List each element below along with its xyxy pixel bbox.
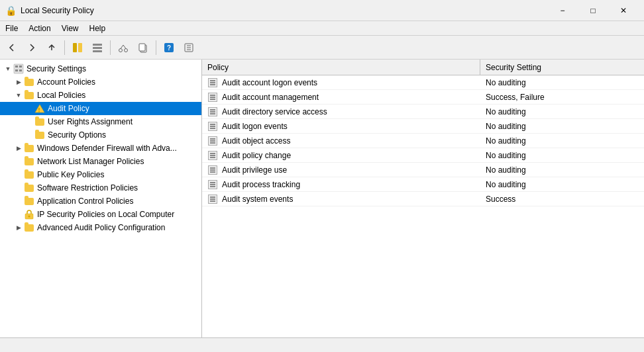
tree-label-audit-policy: Audit Policy <box>48 104 89 113</box>
copy-button[interactable] <box>134 38 152 57</box>
row-policy-icon <box>207 121 218 132</box>
list-row[interactable]: Audit privilege use No auditing <box>202 163 644 177</box>
list-row[interactable]: Audit system events Success <box>202 192 644 206</box>
tree-label-network-list: Network List Manager Policies <box>37 157 144 166</box>
expander-software-restriction[interactable] <box>13 183 24 193</box>
svg-point-24 <box>28 216 30 218</box>
list-row[interactable]: Audit directory service access No auditi… <box>202 105 644 119</box>
ip-security-icon <box>24 209 34 220</box>
expander-audit-policy[interactable] <box>24 103 34 114</box>
svg-text:?: ? <box>167 44 171 52</box>
tree-item-account-policies[interactable]: ▶ Account Policies <box>0 75 201 89</box>
list-button[interactable] <box>88 38 107 57</box>
setting-cell: No auditing <box>480 122 644 131</box>
row-policy-icon <box>207 165 218 175</box>
row-policy-icon <box>207 150 218 161</box>
expander-user-rights[interactable] <box>24 116 34 127</box>
security-settings-icon <box>13 64 24 74</box>
list-row[interactable]: Audit logon events No auditing <box>202 119 644 134</box>
setting-cell: No auditing <box>480 151 644 160</box>
expander-account-policies[interactable]: ▶ <box>13 77 24 87</box>
export-button[interactable] <box>180 38 198 57</box>
svg-point-6 <box>125 48 128 52</box>
expander-security-options[interactable] <box>24 130 34 140</box>
tree-pane[interactable]: ▼ Security Settings ▶ Account Policies <box>0 60 202 337</box>
tree-item-software-restriction[interactable]: Software Restriction Policies <box>0 181 201 195</box>
list-row[interactable]: Audit process tracking No auditing <box>202 177 644 192</box>
menu-action[interactable]: Action <box>23 22 56 34</box>
tree-item-app-control[interactable]: Application Control Policies <box>0 195 201 208</box>
menu-bar: File Action View Help <box>0 21 644 36</box>
expander-public-key[interactable] <box>13 169 24 180</box>
row-policy-icon <box>207 194 218 204</box>
tree-label-security-settings: Security Settings <box>27 64 86 73</box>
policy-cell: Audit privilege use <box>202 165 480 175</box>
row-policy-icon <box>207 92 218 103</box>
minimize-button[interactable]: − <box>547 0 578 21</box>
network-list-icon <box>24 156 34 167</box>
cut-button[interactable] <box>114 38 133 57</box>
header-policy[interactable]: Policy <box>202 60 480 75</box>
window-title: Local Security Policy <box>21 6 94 15</box>
header-setting[interactable]: Security Setting <box>480 60 644 75</box>
tree-item-security-settings[interactable]: ▼ Security Settings <box>0 62 201 75</box>
tree-label-local-policies: Local Policies <box>37 91 85 100</box>
tree-label-user-rights: User Rights Assignment <box>48 117 133 126</box>
back-button[interactable] <box>3 38 21 57</box>
policy-cell: Audit account logon events <box>202 77 480 88</box>
expander-ip-security[interactable] <box>13 209 24 220</box>
svg-rect-3 <box>93 47 102 49</box>
row-policy-icon <box>207 136 218 146</box>
user-rights-icon <box>34 116 45 127</box>
policy-cell: Audit logon events <box>202 121 480 132</box>
tree-item-public-key[interactable]: Public Key Policies <box>0 168 201 181</box>
tree-label-public-key: Public Key Policies <box>37 170 104 179</box>
tree-item-user-rights[interactable]: User Rights Assignment <box>0 115 201 128</box>
expander-app-control[interactable] <box>13 196 24 206</box>
list-row[interactable]: Audit policy change No auditing <box>202 148 644 163</box>
help-button[interactable]: ? <box>160 38 178 57</box>
list-row[interactable]: Audit object access No auditing <box>202 134 644 148</box>
setting-cell: No auditing <box>480 180 644 189</box>
policy-cell: Audit system events <box>202 194 480 204</box>
toolbar-separator-1 <box>64 40 65 55</box>
tree-label-security-options: Security Options <box>48 130 106 140</box>
close-button[interactable]: ✕ <box>608 0 639 21</box>
tree-item-audit-policy[interactable]: Audit Policy <box>0 102 201 115</box>
tree-item-network-list[interactable]: Network List Manager Policies <box>0 155 201 168</box>
up-button[interactable] <box>42 38 61 57</box>
list-body[interactable]: Audit account logon events No auditing A… <box>202 75 644 337</box>
svg-rect-21 <box>38 108 40 110</box>
svg-rect-16 <box>15 66 18 67</box>
tree-item-advanced-audit[interactable]: ▶ Advanced Audit Policy Configuration <box>0 221 201 234</box>
svg-rect-8 <box>139 44 145 51</box>
menu-help[interactable]: Help <box>84 22 111 34</box>
tree-item-local-policies[interactable]: ▼ Local Policies <box>0 89 201 102</box>
show-hide-button[interactable] <box>68 38 87 57</box>
row-policy-icon <box>207 77 218 88</box>
expander-windows-defender[interactable]: ▶ <box>13 143 24 154</box>
tree-item-windows-defender[interactable]: ▶ Windows Defender Firewall with Adva... <box>0 142 201 155</box>
expander-advanced-audit[interactable]: ▶ <box>13 222 24 233</box>
tree-label-windows-defender: Windows Defender Firewall with Adva... <box>37 144 177 153</box>
tree-label-software-restriction: Software Restriction Policies <box>37 183 138 193</box>
tree-item-ip-security[interactable]: IP Security Policies on Local Computer <box>0 208 201 221</box>
toolbar-separator-2 <box>110 40 111 55</box>
expander-network-list[interactable] <box>13 156 24 167</box>
list-row[interactable]: Audit account logon events No auditing <box>202 75 644 90</box>
title-bar: 🔒 Local Security Policy − □ ✕ <box>0 0 644 21</box>
policy-cell: Audit policy change <box>202 150 480 161</box>
expander-local-policies[interactable]: ▼ <box>13 90 24 101</box>
menu-view[interactable]: View <box>56 22 84 34</box>
toolbar: ? <box>0 36 644 60</box>
forward-button[interactable] <box>23 38 41 57</box>
list-row[interactable]: Audit account management Success, Failur… <box>202 90 644 105</box>
expander-security-settings[interactable]: ▼ <box>3 64 13 74</box>
maximize-button[interactable]: □ <box>578 0 608 21</box>
row-policy-icon <box>207 107 218 117</box>
tree-item-security-options[interactable]: Security Options <box>0 128 201 142</box>
svg-rect-18 <box>15 69 18 71</box>
menu-file[interactable]: File <box>0 22 23 34</box>
tree-label-ip-security: IP Security Policies on Local Computer <box>37 210 174 219</box>
window-controls: − □ ✕ <box>547 0 639 21</box>
